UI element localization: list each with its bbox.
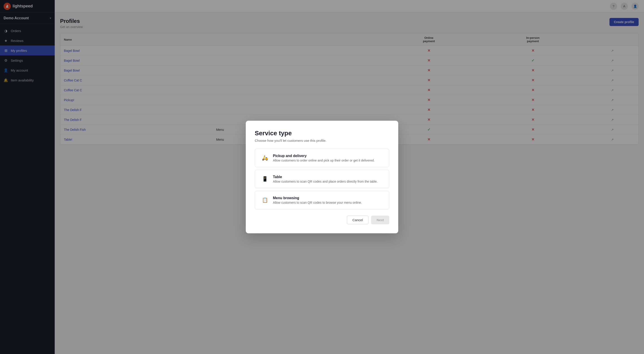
pickup-delivery-icon: 🛵 — [260, 153, 269, 162]
pickup-delivery-content: Pickup and delivery Allow customers to o… — [273, 154, 384, 162]
table-service-content: Table Allow customers to scan QR codes a… — [273, 175, 384, 183]
next-button[interactable]: Next — [371, 216, 389, 224]
pickup-delivery-desc: Allow customers to order online and pick… — [273, 159, 384, 162]
menu-browsing-icon: 📋 — [260, 196, 269, 205]
table-service-icon: 📱 — [260, 175, 269, 184]
service-option-pickup-delivery[interactable]: 🛵 Pickup and delivery Allow customers to… — [255, 149, 389, 167]
table-service-title: Table — [273, 175, 384, 179]
modal-overlay[interactable]: Service type Choose how you'll let custo… — [0, 0, 644, 354]
service-option-menu-browsing[interactable]: 📋 Menu browsing Allow customers to scan … — [255, 191, 389, 209]
menu-browsing-title: Menu browsing — [273, 196, 384, 200]
modal-footer: Cancel Next — [255, 216, 389, 224]
modal-title: Service type — [255, 130, 389, 137]
service-type-modal: Service type Choose how you'll let custo… — [246, 121, 398, 233]
cancel-button[interactable]: Cancel — [347, 216, 369, 224]
modal-subtitle: Choose how you'll let customers use this… — [255, 139, 389, 142]
service-option-table[interactable]: 📱 Table Allow customers to scan QR codes… — [255, 170, 389, 188]
menu-browsing-desc: Allow customers to scan QR codes to brow… — [273, 201, 384, 204]
pickup-delivery-title: Pickup and delivery — [273, 154, 384, 158]
menu-browsing-content: Menu browsing Allow customers to scan QR… — [273, 196, 384, 204]
table-service-desc: Allow customers to scan QR codes and pla… — [273, 180, 384, 183]
